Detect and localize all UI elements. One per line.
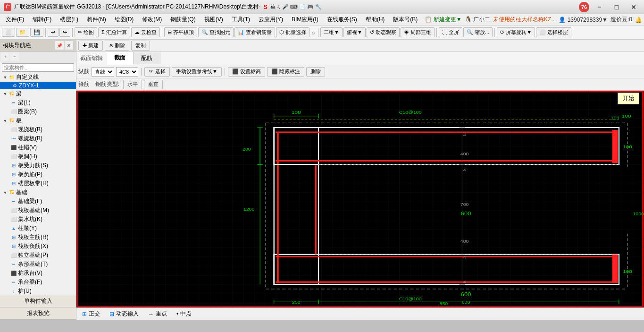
tree-item-raft-neg-rebar[interactable]: ⊟ 筏板负筋(X) — [0, 242, 76, 251]
menu-bim[interactable]: BIM应用(I) — [288, 15, 322, 25]
tree-item-col-cap[interactable]: ⬛ 柱帽(V) — [0, 143, 76, 152]
tree-item-custom-line-group[interactable]: ▼ 📁 自定义线 — [0, 73, 76, 82]
local-3d-btn[interactable]: ◈ 局部三维 — [401, 27, 435, 37]
rebar-select-btn[interactable]: ☞ 选择 — [144, 67, 170, 77]
menu-edit[interactable]: 编辑(E) — [29, 15, 55, 25]
tree-item-slab-hole[interactable]: ⬜ 板洞(H) — [0, 152, 76, 161]
tree-item-isolated-found[interactable]: ⬜ 独立基础(P) — [0, 251, 76, 260]
close-button[interactable]: ✕ — [627, 2, 640, 12]
batch-select-btn[interactable]: ⬡ 批量选择 — [276, 27, 309, 37]
tree-item-floor-band[interactable]: ⊟ 楼层板带(H) — [0, 179, 76, 188]
tree-item-foundation-cat[interactable]: ▼ 🏗 基础 — [0, 188, 76, 197]
delete-component-btn[interactable]: ✕ 删除 — [105, 41, 129, 51]
zoom-btn[interactable]: 🔍 缩放... — [463, 27, 493, 37]
tree-item-beam-l[interactable]: ━ 梁(L) — [0, 98, 76, 107]
titlebar-extra: 英 ♫ 🎤 ⌨ 📄 🎮 🔧 — [270, 3, 322, 10]
tree-item-ring-beam[interactable]: ⬜ 圈梁(B) — [0, 107, 76, 116]
tree-item-col-pedestal[interactable]: ▲ 柱墩(Y) — [0, 224, 76, 233]
summary-calc-btn[interactable]: Σ 汇总计算 — [98, 27, 130, 37]
svg-rect-17 — [612, 130, 618, 163]
menu-modify[interactable]: 修改(M) — [138, 15, 166, 25]
tree-item-raft[interactable]: ⬜ 筏板基础(M) — [0, 206, 76, 215]
tree-item-found-beam[interactable]: ━ 基础梁(F) — [0, 197, 76, 206]
set-elevation-btn[interactable]: ⬛ 设置标高 — [228, 67, 265, 77]
fullscreen-btn[interactable]: ⛶ 全屏 — [439, 27, 462, 37]
new-change-btn[interactable]: 📋 新建变更▼ — [425, 16, 461, 24]
tree-item-cast-slab[interactable]: ⬜ 现浇板(B) — [0, 125, 76, 134]
user-account[interactable]: 👤 13907298339▼ — [559, 17, 608, 23]
tree-item-raft-main-rebar[interactable]: ⊞ 筏板主筋(R) — [0, 233, 76, 242]
vertical-stirrup-btn[interactable]: 垂直 — [144, 80, 163, 89]
nav-pin-btn[interactable]: 📌 — [55, 41, 64, 50]
nav-collapse-all-btn[interactable]: － — [10, 52, 19, 61]
maximize-button[interactable]: □ — [610, 2, 623, 12]
dynamic-view-btn[interactable]: ↺ 动态观察 — [367, 27, 400, 37]
align-top-btn[interactable]: ⊟ 齐平板顶 — [164, 27, 197, 37]
menu-rebar-qty[interactable]: 钢筋量(Q) — [167, 15, 199, 25]
horizontal-stirrup-btn[interactable]: 水平 — [123, 80, 142, 89]
draw-mode-btn[interactable]: ✏ 绘图 — [75, 27, 97, 37]
tree-item-pile[interactable]: ↓ 桩(U) — [0, 287, 76, 295]
tree-item-sump[interactable]: ⬜ 集水坑(K) — [0, 215, 76, 224]
menu-version[interactable]: 版本号(B) — [389, 15, 421, 25]
tree-item-zdyx1[interactable]: ⚙ ZDYX-1 — [0, 82, 76, 89]
tree-item-strip-found[interactable]: ━ 条形基础(T) — [0, 260, 76, 269]
menu-file[interactable]: 文件(F) — [2, 15, 28, 25]
navigator-header: 模块导航栏 📌 ✕ — [0, 40, 76, 51]
nav-close-nav-btn[interactable]: ✕ — [65, 41, 73, 50]
tree-item-slab-rebar-s[interactable]: ⊞ 板受力筋(S) — [0, 161, 76, 170]
hide-label-btn[interactable]: ⬛ 隐藏标注 — [267, 67, 304, 77]
nav-expand-all-btn[interactable]: + — [1, 52, 9, 61]
menu-component[interactable]: 构件(N) — [83, 15, 110, 25]
tree-item-pile-cap[interactable]: ⬛ 桩承台(V) — [0, 269, 76, 278]
tab-rebar[interactable]: 配筋 — [134, 52, 160, 64]
undo-btn[interactable]: ↩ — [48, 28, 59, 37]
nav-search-input[interactable] — [2, 63, 74, 72]
menu-draw[interactable]: 绘图(D) — [111, 15, 138, 25]
rebar-size-select[interactable]: 4C8 — [116, 67, 138, 77]
single-component-input-btn[interactable]: 单构件输入 — [0, 295, 76, 307]
menu-view[interactable]: 视图(V) — [201, 15, 227, 25]
isolated-found-icon: ⬜ — [10, 252, 17, 259]
select-floor-btn[interactable]: ⬜ 选择楼层 — [536, 27, 571, 37]
tab-section[interactable]: 截面 — [107, 52, 134, 65]
svg-text:4: 4 — [463, 280, 467, 284]
minimize-button[interactable]: － — [593, 2, 606, 12]
menu-cloud-app[interactable]: 云应用(Y) — [255, 15, 287, 25]
screen-rotate-btn[interactable]: ⟳ 屏幕旋转▼ — [497, 27, 535, 37]
view-2d-btn[interactable]: 二维▼ — [320, 27, 343, 37]
find-element-btn[interactable]: 🔍 查找图元 — [198, 27, 234, 37]
status-dynamic-input[interactable]: ⊟ 动态输入 — [108, 309, 141, 319]
notification-icon[interactable]: 🔔 — [635, 17, 642, 23]
view-top-btn[interactable]: 俯视▼ — [343, 27, 366, 37]
save-file-btn[interactable]: 💾 — [30, 28, 43, 37]
tree-item-slab-neg-rebar[interactable]: ⊟ 板负筋(P) — [0, 170, 76, 179]
menu-online[interactable]: 在线服务(S) — [323, 15, 361, 25]
tree-item-slab-cat[interactable]: ▼ 🏗 板 — [0, 116, 76, 125]
view-rebar-btn[interactable]: 📊 查看钢筋量 — [234, 27, 275, 37]
report-preview-btn[interactable]: 报表预览 — [0, 307, 76, 320]
delete-rebar-btn[interactable]: 删除 — [306, 67, 325, 77]
cloud-check-btn[interactable]: ☁ 云检查 — [131, 27, 160, 37]
redo-btn[interactable]: ↪ — [59, 28, 70, 37]
menu-help[interactable]: 帮助(H) — [362, 15, 389, 25]
status-midpoint[interactable]: • 中点 — [175, 309, 193, 319]
new-component-btn[interactable]: ✚ 新建 — [78, 41, 103, 51]
new-file-btn[interactable]: ⬜ — [2, 28, 15, 37]
status-ortho[interactable]: ⊞ 正交 — [80, 309, 102, 319]
tree-item-pile-cap-beam[interactable]: ━ 承台梁(F) — [0, 278, 76, 287]
tree-item-spiral-slab[interactable]: 〜 螺旋板(B) — [0, 134, 76, 143]
expand-icon: ▼ — [2, 74, 8, 81]
menu-floor[interactable]: 楼层(L) — [56, 15, 82, 25]
svg-text:108: 108 — [622, 113, 631, 119]
manual-ref-line-btn[interactable]: 手动设置参考线▼ — [172, 67, 222, 77]
rebar-line-type-select[interactable]: 直线 — [92, 67, 114, 77]
menu-tools[interactable]: 工具(T) — [228, 15, 254, 25]
canvas-area[interactable]: 开始 — [76, 91, 644, 307]
dot-icon: • — [176, 311, 178, 317]
status-endpoint[interactable]: → 重点 — [146, 309, 169, 319]
copy-component-btn[interactable]: 复制 — [131, 41, 150, 51]
assistant-icon[interactable]: 🐧 广小二 — [465, 16, 490, 24]
tree-item-beam-cat[interactable]: ▼ 🏗 梁 — [0, 89, 76, 98]
open-file-btn[interactable]: 📁 — [16, 28, 29, 37]
